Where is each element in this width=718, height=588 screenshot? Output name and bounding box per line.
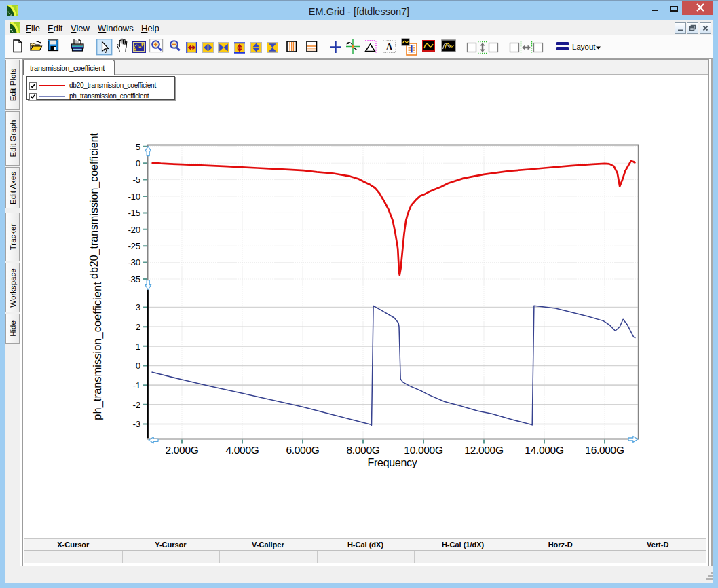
svg-text:2: 2 — [136, 322, 140, 332]
svg-text:Frequency: Frequency — [368, 457, 417, 468]
svg-text:-5: -5 — [133, 174, 140, 185]
svg-text:8.000G: 8.000G — [346, 444, 379, 456]
svg-text:ph_transmission_coefficient: ph_transmission_coefficient — [91, 282, 104, 420]
svg-text:12.000G: 12.000G — [464, 444, 503, 456]
svg-text:db20_transmission_coefficient: db20_transmission_coefficient — [88, 132, 100, 279]
svg-text:6.000G: 6.000G — [286, 444, 319, 456]
svg-text:-35: -35 — [128, 274, 140, 284]
svg-text:-1: -1 — [133, 380, 140, 390]
svg-text:A: A — [385, 42, 393, 52]
svg-text:4.000G: 4.000G — [225, 444, 259, 456]
svg-text:0: 0 — [136, 361, 140, 371]
svg-text:0: 0 — [136, 158, 140, 168]
svg-text:1: 1 — [136, 342, 140, 352]
svg-text:-3: -3 — [133, 419, 140, 429]
svg-text:-2: -2 — [133, 400, 140, 410]
svg-text:-25: -25 — [128, 241, 140, 251]
svg-text:-30: -30 — [128, 257, 140, 268]
svg-text:5: 5 — [136, 142, 140, 152]
svg-text:-10: -10 — [128, 191, 140, 202]
svg-text:-15: -15 — [128, 208, 140, 218]
svg-text:2.000G: 2.000G — [165, 444, 198, 456]
svg-text:-20: -20 — [128, 225, 140, 235]
svg-text:10.000G: 10.000G — [404, 444, 442, 456]
svg-text:14.000G: 14.000G — [525, 444, 563, 456]
svg-text:3: 3 — [136, 302, 140, 312]
svg-text:16.000G: 16.000G — [585, 444, 624, 456]
